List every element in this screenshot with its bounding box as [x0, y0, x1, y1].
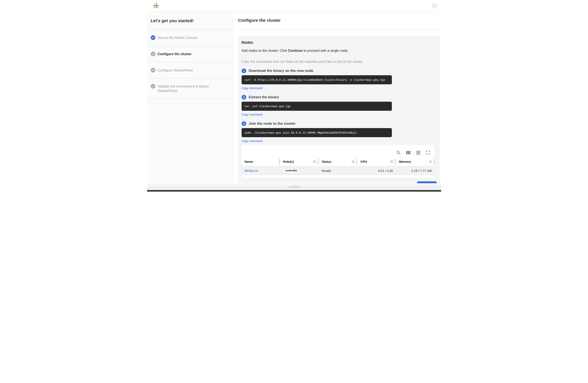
- ellipsis-menu-icon[interactable]: [432, 3, 437, 8]
- command-code-block-extract: tar -xvf slackernews-gnu.tgz: [242, 102, 392, 111]
- column-header-cpu[interactable]: CPU: [357, 157, 396, 166]
- view-columns-icon[interactable]: [406, 150, 410, 155]
- node-cpu-cell: 0.31 / 2.00: [357, 166, 396, 175]
- bottom-edge-strip: [147, 190, 441, 192]
- version-label: v1.125.2: [289, 185, 299, 188]
- copy-commands-hint: Copy the commands and run them on the ma…: [242, 60, 437, 64]
- column-resize-handle[interactable]: [434, 159, 435, 165]
- setup-steps-sidebar: Let's get you started! Secure the Admin …: [147, 12, 232, 183]
- nodes-intro-text: Add nodes to the cluster. Click Continue…: [242, 49, 437, 53]
- sidebar-step-label: Configure the cluster: [158, 52, 192, 56]
- page-title: Configure the cluster: [238, 18, 440, 23]
- sidebar-title: Let's get you started!: [147, 12, 232, 30]
- sidebar-step-configure-slackernews[interactable]: Configure SlackerNews: [147, 62, 232, 78]
- table-header-row: Name Role(s) Status: [242, 157, 435, 166]
- density-icon[interactable]: [416, 150, 420, 155]
- join-step-3-header: 3 Join the node to the cluster: [242, 121, 437, 126]
- column-resize-handle[interactable]: [356, 159, 357, 165]
- search-icon[interactable]: [396, 150, 400, 155]
- copy-command-link-3[interactable]: Copy command: [242, 139, 262, 143]
- table-bottom-spacer: [242, 175, 435, 178]
- node-memory-cell: 2.19 / 7.77 GB: [396, 166, 435, 175]
- node-name-cell: 8849ec3c: [242, 166, 280, 175]
- step-number-badge: 2: [242, 95, 246, 100]
- nodes-card-title: Nodes: [242, 40, 437, 45]
- join-step-2-header: 2 Extract the binary: [242, 95, 437, 100]
- sidebar-step-label: Secure the Admin Console: [158, 36, 198, 40]
- column-menu-icon: [313, 161, 316, 163]
- sidebar-step-validate-deploy[interactable]: Validate the environment & deploy Slacke…: [147, 78, 232, 99]
- check-circle-pending-icon: [151, 68, 155, 72]
- role-chip: controller: [283, 169, 299, 173]
- node-name-link[interactable]: 8849ec3c: [245, 169, 258, 172]
- sidebar-step-label: Configure SlackerNews: [158, 68, 193, 73]
- check-circle-complete-icon: [151, 35, 155, 40]
- table-row: 8849ec3c controller Ready 0.31 / 2.00 2.…: [242, 166, 435, 175]
- join-step-title: Join the node to the cluster: [249, 122, 296, 126]
- join-step-title: Download the binary on the new node: [249, 69, 314, 73]
- command-code-block-join: sudo ./slackernews-gnu join 10.0.0.11:30…: [242, 128, 392, 137]
- column-header-roles[interactable]: Role(s): [280, 157, 319, 166]
- column-menu-icon: [352, 161, 355, 163]
- column-header-memory[interactable]: Memory: [396, 157, 435, 166]
- column-resize-handle[interactable]: [279, 159, 280, 165]
- sidebar-step-label: Validate the environment & deploy Slacke…: [158, 84, 229, 93]
- slackernews-logo-icon: [153, 2, 159, 9]
- check-circle-pending-icon: [151, 52, 155, 56]
- sidebar-step-secure-admin-console[interactable]: Secure the Admin Console: [147, 30, 232, 46]
- column-header-status[interactable]: Status: [319, 157, 357, 166]
- column-menu-icon: [429, 161, 432, 163]
- title-divider: [238, 29, 440, 29]
- command-code-block-download: curl -k https://10.0.0.11:30000/api/v1/e…: [242, 75, 392, 84]
- sidebar-step-configure-cluster[interactable]: Configure the cluster: [147, 46, 232, 62]
- node-status-cell: Ready: [319, 166, 357, 175]
- node-roles-cell: controller: [280, 166, 319, 175]
- copy-command-link-2[interactable]: Copy command: [242, 113, 262, 116]
- table-toolbar: [242, 145, 435, 157]
- main-panel: Configure the cluster Nodes Add nodes to…: [232, 12, 441, 183]
- column-resize-handle[interactable]: [395, 159, 396, 165]
- check-circle-pending-icon: [151, 84, 155, 88]
- column-resize-handle[interactable]: [318, 159, 318, 165]
- footer: v1.125.2: [147, 183, 441, 190]
- fullscreen-icon[interactable]: [426, 150, 430, 155]
- nodes-table: Name Role(s) Status: [242, 145, 435, 178]
- column-header-name[interactable]: Name: [242, 157, 280, 166]
- copy-command-link-1[interactable]: Copy command: [242, 86, 262, 90]
- step-number-badge: 1: [242, 68, 246, 73]
- content-row: Let's get you started! Secure the Admin …: [147, 12, 441, 183]
- admin-console-page: Let's get you started! Secure the Admin …: [147, 0, 441, 192]
- step-number-badge: 3: [242, 121, 246, 126]
- top-bar: [147, 0, 441, 12]
- join-step-title: Extract the binary: [249, 95, 279, 99]
- join-step-1-header: 1 Download the binary on the new node: [242, 68, 437, 73]
- column-menu-icon: [390, 161, 393, 163]
- nodes-card: Nodes Add nodes to the cluster. Click Co…: [238, 36, 440, 192]
